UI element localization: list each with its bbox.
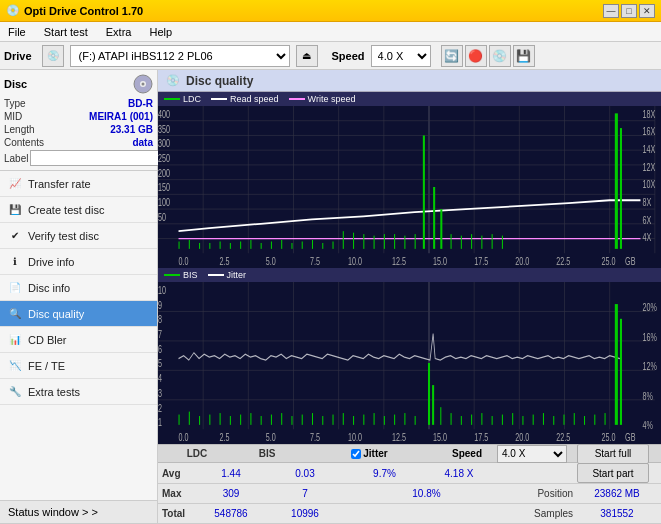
chart1-legend-read: Read speed [211, 94, 279, 104]
speed-label: Speed [332, 50, 365, 62]
drive-select[interactable]: (F:) ATAPI iHBS112 2 PL06 [70, 45, 290, 67]
svg-text:25.0: 25.0 [601, 256, 615, 268]
svg-text:15.0: 15.0 [433, 432, 447, 444]
svg-text:12X: 12X [643, 162, 656, 174]
disc-button[interactable]: 💿 [489, 45, 511, 67]
svg-rect-55 [333, 241, 334, 248]
drive-icon-button[interactable]: 💿 [42, 45, 64, 67]
app-icon: 💿 [6, 4, 20, 17]
svg-rect-54 [322, 243, 323, 249]
sidebar-item-fe-te[interactable]: 📉 FE / TE [0, 353, 157, 379]
svg-text:12.5: 12.5 [392, 256, 406, 268]
start-full-area: Start full [577, 444, 657, 464]
sidebar-item-transfer-rate[interactable]: 📈 Transfer rate [0, 171, 157, 197]
svg-rect-160 [615, 304, 618, 425]
svg-text:2.5: 2.5 [220, 432, 230, 444]
speed-header: Speed [437, 448, 497, 459]
svg-rect-156 [574, 413, 575, 425]
svg-text:10: 10 [158, 285, 166, 297]
svg-text:10X: 10X [643, 179, 656, 191]
speed-select-area: 4.0 X [497, 445, 577, 463]
svg-text:15.0: 15.0 [433, 256, 447, 268]
disc-label-input[interactable] [30, 150, 163, 166]
start-full-button[interactable]: Start full [577, 444, 649, 464]
svg-rect-146 [471, 415, 472, 425]
disc-type-row: Type BD-R [4, 98, 153, 109]
status-window-button[interactable]: Status window > > [0, 500, 157, 524]
disc-quality-label: Disc quality [28, 308, 84, 320]
svg-rect-69 [471, 234, 472, 249]
eject-button[interactable]: ⏏ [296, 45, 318, 67]
svg-rect-134 [353, 416, 354, 425]
stats-speed-select[interactable]: 4.0 X [497, 445, 567, 463]
sidebar-item-create-test-disc[interactable]: 💾 Create test disc [0, 197, 157, 223]
maximize-button[interactable]: □ [621, 4, 637, 18]
settings-button[interactable]: 🔴 [465, 45, 487, 67]
avg-ldc: 1.44 [196, 468, 266, 479]
svg-rect-129 [302, 415, 303, 425]
write-speed-color [289, 98, 305, 100]
stats-total-row: Total 548786 10996 Samples 381552 [158, 504, 661, 524]
ldc-legend-label: LDC [183, 94, 201, 104]
svg-text:2: 2 [158, 402, 162, 414]
app-title: Opti Drive Control 1.70 [24, 5, 143, 17]
start-part-button[interactable]: Start part [577, 463, 649, 483]
svg-rect-152 [533, 415, 534, 425]
svg-rect-121 [220, 413, 221, 425]
sidebar-item-extra-tests[interactable]: 🔧 Extra tests [0, 379, 157, 405]
menu-file[interactable]: File [4, 24, 30, 40]
bis-header: BIS [232, 448, 302, 459]
transfer-rate-icon: 📈 [8, 177, 22, 191]
jitter-header-area: Jitter [302, 448, 437, 459]
menu-help[interactable]: Help [145, 24, 176, 40]
svg-text:6X: 6X [643, 215, 652, 227]
svg-rect-132 [333, 415, 334, 425]
svg-text:5.0: 5.0 [266, 432, 276, 444]
extra-tests-icon: 🔧 [8, 385, 22, 399]
read-speed-color [211, 98, 227, 100]
svg-text:10.0: 10.0 [348, 432, 362, 444]
svg-rect-48 [261, 243, 262, 249]
title-bar-left: 💿 Opti Drive Control 1.70 [6, 4, 143, 17]
disc-length-value: 23.31 GB [110, 124, 153, 135]
menu-start-test[interactable]: Start test [40, 24, 92, 40]
svg-rect-133 [343, 413, 344, 425]
menu-extra[interactable]: Extra [102, 24, 136, 40]
disc-type-label: Type [4, 98, 26, 109]
svg-text:1: 1 [158, 417, 162, 429]
svg-rect-59 [343, 231, 344, 249]
close-button[interactable]: ✕ [639, 4, 655, 18]
disc-contents-row: Contents data [4, 137, 153, 148]
svg-rect-44 [220, 241, 221, 248]
sidebar-item-drive-info[interactable]: ℹ Drive info [0, 249, 157, 275]
jitter-legend-label: Jitter [227, 270, 247, 280]
svg-text:22.5: 22.5 [556, 256, 570, 268]
disc-mid-label: MID [4, 111, 22, 122]
status-window-label: Status window > > [8, 506, 98, 518]
refresh-button[interactable]: 🔄 [441, 45, 463, 67]
svg-text:22.5: 22.5 [556, 432, 570, 444]
disc-label-row: Label ⚙ [4, 150, 153, 166]
svg-rect-65 [404, 236, 405, 249]
chart2-legend: BIS Jitter [158, 268, 661, 282]
svg-rect-61 [363, 234, 364, 249]
speed-select[interactable]: 4.0 X [371, 45, 431, 67]
sidebar-item-verify-test-disc[interactable]: ✔ Verify test disc [0, 223, 157, 249]
svg-rect-138 [394, 415, 395, 425]
svg-text:25.0: 25.0 [601, 432, 615, 444]
svg-rect-124 [250, 413, 251, 425]
save-button[interactable]: 💾 [513, 45, 535, 67]
svg-text:100: 100 [158, 197, 170, 209]
jitter-checkbox[interactable] [351, 449, 361, 459]
title-bar: 💿 Opti Drive Control 1.70 — □ ✕ [0, 0, 661, 22]
ldc-color [164, 98, 180, 100]
sidebar-item-disc-quality[interactable]: 🔍 Disc quality [0, 301, 157, 327]
minimize-button[interactable]: — [603, 4, 619, 18]
sidebar-item-cd-bler[interactable]: 📊 CD Bler [0, 327, 157, 353]
svg-text:12%: 12% [643, 361, 657, 373]
sidebar-item-disc-info[interactable]: 📄 Disc info [0, 275, 157, 301]
svg-rect-150 [512, 413, 513, 425]
svg-rect-123 [240, 415, 241, 425]
svg-rect-3 [158, 106, 661, 268]
svg-rect-131 [322, 416, 323, 425]
